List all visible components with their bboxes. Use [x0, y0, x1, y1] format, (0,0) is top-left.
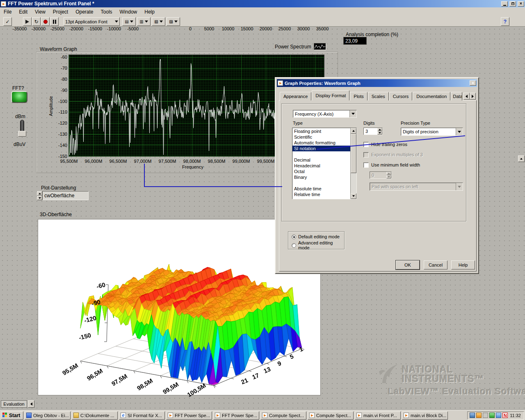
close-button[interactable]: × [518, 1, 524, 7]
display-icon[interactable] [470, 413, 475, 418]
format-type-option[interactable] [292, 180, 350, 186]
resize-objects-button[interactable]: ▧ [152, 17, 165, 26]
taskbar-task[interactable]: main.vi Block Di... [402, 411, 448, 420]
dialog-tab[interactable]: Cursors [389, 92, 413, 100]
taskbar-task[interactable]: FFT Power Spe... [166, 411, 212, 420]
taskbar-task[interactable]: Oleg Obitov - Ei... [25, 411, 71, 420]
scroll-down-button[interactable] [351, 193, 356, 199]
dropdown-button[interactable] [349, 110, 356, 117]
taskbar-task[interactable]: Compute Spect... [260, 411, 306, 420]
dialog-tab[interactable]: Plots [350, 92, 367, 100]
digits-spinbox[interactable]: 3 [363, 128, 383, 135]
reorder-objects-button[interactable]: ▨ [167, 17, 180, 26]
dialog-tab[interactable]: Documentation [413, 92, 450, 100]
minimize-button[interactable] [501, 1, 508, 7]
scheduler-icon[interactable] [489, 413, 495, 418]
plot-legend-sample-icon[interactable] [314, 43, 326, 50]
format-type-option[interactable]: Scientific [292, 134, 350, 140]
operate-tool-button[interactable]: ✓ [3, 17, 12, 26]
format-type-option[interactable]: Floating point [292, 128, 350, 134]
plot-style-ring-control[interactable]: cwOberfläche [37, 191, 89, 200]
dialog-tab[interactable]: Display Format [312, 90, 349, 100]
scroll-up-button[interactable] [351, 128, 356, 134]
dialog-close-button[interactable]: × [470, 80, 476, 86]
switch-knob[interactable] [18, 131, 26, 137]
spin-down-button[interactable] [377, 131, 382, 135]
run-continuous-button[interactable]: ↻ [32, 17, 41, 26]
format-type-option[interactable]: Octal [292, 169, 350, 174]
cancel-button[interactable]: Cancel [424, 260, 447, 269]
format-type-option[interactable] [292, 151, 350, 157]
unit-slide-switch[interactable] [18, 119, 27, 137]
format-type-option[interactable]: Hexadecimal [292, 163, 350, 169]
format-type-option[interactable]: Automatic formatting [292, 140, 350, 146]
ok-button[interactable]: OK [396, 260, 420, 269]
menu-item[interactable]: Tools [97, 8, 116, 16]
format-type-option[interactable]: Binary [292, 174, 350, 180]
dialog-titlebar[interactable]: Graph Properties: Waveform Graph × [277, 79, 477, 87]
listbox-scrollbar[interactable] [350, 128, 356, 199]
menu-item[interactable]: Help [141, 8, 158, 16]
axis-selector-dropdown[interactable]: Frequency (X-Axis) [293, 110, 357, 118]
checkbox[interactable] [363, 162, 369, 168]
distribute-objects-button[interactable]: ▥ [137, 17, 151, 26]
graphics-icon[interactable] [476, 413, 482, 418]
taskbar-task[interactable]: C:\Dokumente ... [72, 411, 118, 420]
ni-icon[interactable] [502, 413, 508, 418]
plot-style-value[interactable]: cwOberfläche [42, 191, 89, 200]
volume-icon[interactable] [483, 413, 488, 418]
taskbar-task[interactable]: main.vi Front P... [355, 411, 401, 420]
radio-button[interactable] [292, 243, 296, 248]
tab-scroll-left-button[interactable] [463, 93, 470, 100]
restore-button[interactable] [509, 1, 516, 7]
waveform-x-axis[interactable]: 95,500M96,000M96,500M97,000M97,500M98,00… [57, 159, 278, 164]
window-titlebar[interactable]: FFT Power Spektrum.vi Front Panel * × [0, 0, 525, 7]
scrollbar-thumb[interactable] [351, 134, 356, 173]
run-button[interactable] [23, 17, 32, 26]
digits-value[interactable]: 3 [364, 128, 377, 135]
checkbox[interactable] [363, 142, 369, 147]
menu-item[interactable]: Project [49, 8, 72, 16]
plot-legend[interactable]: Power Spectrum [275, 43, 326, 50]
format-type-option[interactable]: Decimal [292, 157, 350, 163]
context-help-button[interactable]: ? [501, 17, 509, 26]
vertical-scroll-button[interactable] [518, 155, 525, 162]
spin-up-button[interactable] [377, 128, 382, 131]
radio-button[interactable] [292, 235, 296, 239]
checkbox[interactable] [363, 152, 369, 158]
taskbar-clock[interactable]: 11:32 [509, 413, 522, 418]
font-selector[interactable]: 13pt Application Font [64, 17, 120, 26]
format-type-option[interactable]: SI notation [292, 146, 350, 151]
ring-decrement-button[interactable] [37, 196, 42, 200]
menu-item[interactable]: File [0, 8, 15, 16]
format-type-option[interactable]: Relative time [292, 192, 350, 197]
minimize-icon [503, 5, 506, 6]
menu-item[interactable]: Edit [15, 8, 31, 16]
precision-type-dropdown[interactable]: Digits of precision [401, 128, 463, 136]
pane-scroll-left-button[interactable] [28, 400, 34, 408]
waveform-y-axis[interactable]: -60-70-80-90-100-110-120-130-140-150 [53, 55, 67, 159]
taskbar-task[interactable]: FFT Power Spe... [213, 411, 259, 420]
pause-button[interactable] [50, 17, 59, 26]
dialog-tab[interactable]: Appearance [280, 92, 311, 100]
dropdown-button[interactable] [456, 128, 463, 135]
menu-item[interactable]: Operate [72, 8, 97, 16]
ring-spinner[interactable] [37, 191, 42, 200]
dialog-tab[interactable]: Data [451, 92, 462, 100]
network-icon[interactable] [496, 413, 501, 418]
evaluation-pane-tab[interactable]: Evaluation [1, 400, 27, 408]
dialog-tab[interactable]: Scales [368, 92, 389, 100]
help-button[interactable]: Help [451, 260, 475, 269]
tab-scroll-right-button[interactable] [470, 93, 476, 100]
abort-button[interactable] [41, 17, 50, 26]
align-objects-button[interactable]: ▤ [122, 17, 136, 26]
menu-item[interactable]: View [31, 8, 49, 16]
ring-increment-button[interactable] [37, 191, 42, 196]
menu-item[interactable]: Window [116, 8, 141, 16]
format-type-listbox[interactable]: Floating pointScientificAutomatic format… [292, 128, 357, 199]
fft-toggle-button[interactable] [11, 91, 27, 103]
format-type-option[interactable]: Absolute time [292, 186, 350, 192]
taskbar-task[interactable]: SI Format für X... [119, 411, 165, 420]
taskbar-task[interactable]: Compute Spect... [308, 411, 354, 420]
start-button[interactable]: Start [1, 411, 23, 420]
